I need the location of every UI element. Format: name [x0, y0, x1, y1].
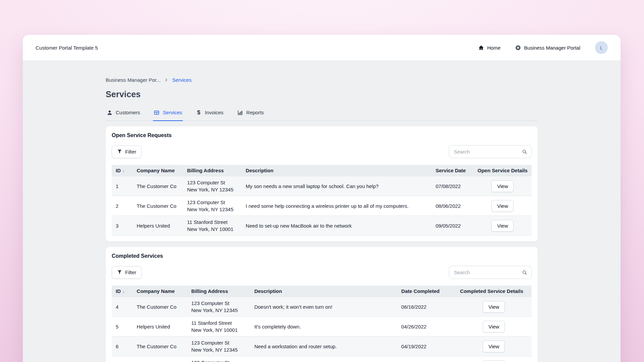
open-filter-button[interactable]: Filter [112, 145, 142, 158]
cell-description: Need two work stations set up for new em… [250, 356, 397, 362]
nav-portal-label: Business Manager Portal [524, 45, 580, 51]
cell-date-completed: 05/15/2022 [397, 356, 456, 362]
cell-id: 5 [112, 317, 133, 337]
table-header-row: ID↓ Company Name Billing Address Descrip… [112, 165, 532, 176]
nav-portal[interactable]: Business Manager Portal [515, 45, 580, 51]
open-requests-table: ID↓ Company Name Billing Address Descrip… [112, 165, 532, 236]
breadcrumb-current[interactable]: Services [172, 77, 192, 83]
column-service-date[interactable]: Service Date [432, 165, 474, 176]
cell-description: My son needs a new small laptop for scho… [242, 176, 432, 196]
completed-search-input[interactable] [449, 266, 532, 279]
open-search-input[interactable] [449, 145, 532, 158]
view-button[interactable]: View [483, 321, 505, 333]
cell-billing-address: 123 Computer St New York, NY 12345 [187, 356, 250, 362]
cell-id: 4 [112, 297, 133, 317]
cell-id: 3 [112, 216, 133, 236]
tab-reports[interactable]: Reports [236, 109, 265, 121]
table-row: 2 The Customer Co 123 Computer St New Yo… [112, 196, 532, 216]
cell-date-completed: 04/26/2022 [397, 317, 456, 337]
page-container: Business Manager Por... Services Service… [106, 60, 538, 362]
open-filter-label: Filter [125, 149, 136, 155]
cell-billing-address: 11 Stanford Street New York, NY 10001 [187, 317, 250, 337]
view-button[interactable]: View [491, 220, 514, 232]
cell-company: The Customer Co [133, 356, 187, 362]
column-billing-address[interactable]: Billing Address [187, 286, 250, 297]
column-completed-service-details[interactable]: Completed Service Details [456, 286, 532, 297]
column-description[interactable]: Description [242, 165, 432, 176]
nav-home[interactable]: Home [478, 45, 500, 51]
avatar[interactable]: L [595, 41, 608, 54]
column-billing-address[interactable]: Billing Address [183, 165, 242, 176]
cell-service-date: 09/05/2022 [432, 216, 474, 236]
view-button[interactable]: View [491, 200, 514, 212]
view-button[interactable]: View [483, 301, 505, 313]
nav-home-label: Home [487, 45, 500, 51]
column-description[interactable]: Description [250, 286, 397, 297]
app-window: Customer Portal Template 5 Home Business… [23, 35, 621, 362]
funnel-icon [117, 149, 122, 155]
tab-services[interactable]: Services [153, 109, 183, 121]
sort-descending-icon: ↓ [122, 168, 125, 173]
open-service-requests-card: Open Service Requests Filter [106, 126, 538, 242]
cell-company: The Customer Co [133, 297, 187, 317]
cell-billing-address: 123 Computer St New York, NY 12345 [183, 196, 242, 216]
cell-billing-address: 123 Computer St New York, NY 12345 [187, 337, 250, 356]
column-company-name[interactable]: Company Name [133, 165, 183, 176]
cell-description: I need some help connecting a wireless p… [242, 196, 432, 216]
cell-billing-address: 11 Stanford Street New York, NY 10001 [183, 216, 242, 236]
tab-bar: Customers Services $ Invoices Report [106, 109, 538, 121]
tab-invoices-label: Invoices [205, 110, 223, 115]
view-button[interactable]: View [491, 180, 514, 192]
table-header-row: ID↓ Company Name Billing Address Descrip… [112, 286, 532, 297]
completed-filter-label: Filter [125, 269, 136, 275]
completed-services-card: Completed Services Filter [106, 247, 538, 362]
view-button[interactable]: View [483, 360, 505, 362]
search-icon [522, 149, 527, 155]
tab-invoices[interactable]: $ Invoices [195, 109, 224, 121]
tab-services-label: Services [163, 110, 182, 115]
tab-customers[interactable]: Customers [106, 109, 141, 121]
dollar-icon: $ [196, 109, 202, 116]
person-icon [106, 109, 113, 116]
cell-company: Helpers United [133, 317, 187, 337]
tab-customers-label: Customers [116, 110, 140, 115]
cell-id: 7 [112, 356, 133, 362]
completed-toolbar: Filter [112, 266, 532, 279]
cell-service-date: 07/08/2022 [432, 176, 474, 196]
table-row: 7 The Customer Co 123 Computer St New Yo… [112, 356, 532, 362]
column-id[interactable]: ID↓ [112, 165, 133, 176]
sort-descending-icon: ↓ [122, 289, 125, 294]
breadcrumb: Business Manager Por... Services [106, 77, 538, 83]
open-card-title: Open Service Requests [112, 132, 532, 138]
top-bar: Customer Portal Template 5 Home Business… [23, 35, 621, 60]
cell-description: Need to set-up new MacBook air to the ne… [242, 216, 432, 236]
open-toolbar: Filter [112, 145, 532, 158]
table-icon [154, 109, 160, 116]
page-title: Services [106, 89, 538, 99]
cell-company: The Customer Co [133, 176, 183, 196]
table-row: 5 Helpers United 11 Stanford Street New … [112, 317, 532, 337]
table-row: 1 The Customer Co 123 Computer St New Yo… [112, 176, 532, 196]
column-open-service-details[interactable]: Open Service Details [474, 165, 532, 176]
top-nav: Home Business Manager Portal L [478, 41, 608, 54]
breadcrumb-parent[interactable]: Business Manager Por... [106, 77, 160, 83]
bar-chart-icon [237, 109, 243, 116]
funnel-icon [117, 269, 122, 276]
cell-date-completed: 04/19/2022 [397, 337, 456, 356]
table-row: 6 The Customer Co 123 Computer St New Yo… [112, 337, 532, 356]
view-button[interactable]: View [483, 341, 505, 352]
cell-company: Helpers United [133, 216, 183, 236]
column-company-name[interactable]: Company Name [133, 286, 187, 297]
chevron-right-icon [164, 78, 168, 82]
cell-service-date: 08/06/2022 [432, 196, 474, 216]
column-id[interactable]: ID↓ [112, 286, 133, 297]
completed-services-table: ID↓ Company Name Billing Address Descrip… [112, 286, 532, 362]
completed-filter-button[interactable]: Filter [112, 266, 142, 279]
column-date-completed[interactable]: Date Completed [397, 286, 456, 297]
cell-billing-address: 123 Computer St New York, NY 12345 [187, 297, 250, 317]
cell-billing-address: 123 Computer St New York, NY 12345 [183, 176, 242, 196]
cell-description: Need a workstation and router setup. [250, 337, 397, 356]
table-row: 4 The Customer Co 123 Computer St New Yo… [112, 297, 532, 317]
cell-id: 1 [112, 176, 133, 196]
content-area: Business Manager Por... Services Service… [23, 60, 621, 362]
